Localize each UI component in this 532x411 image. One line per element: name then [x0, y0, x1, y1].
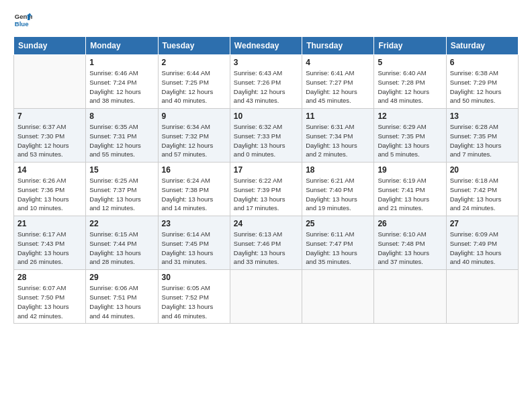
day-info: Sunrise: 6:14 AM Sunset: 7:45 PM Dayligh…	[162, 230, 226, 267]
col-header-saturday: Saturday	[446, 37, 518, 55]
day-info: Sunrise: 6:18 AM Sunset: 7:42 PM Dayligh…	[450, 176, 515, 213]
calendar-cell: 5Sunrise: 6:40 AM Sunset: 7:28 PM Daylig…	[374, 55, 446, 109]
calendar-week-row: 7Sunrise: 6:37 AM Sunset: 7:30 PM Daylig…	[14, 109, 519, 163]
calendar-cell: 17Sunrise: 6:22 AM Sunset: 7:39 PM Dayli…	[230, 163, 302, 216]
calendar-cell: 14Sunrise: 6:26 AM Sunset: 7:36 PM Dayli…	[14, 163, 86, 216]
day-number: 21	[17, 219, 82, 228]
day-info: Sunrise: 6:15 AM Sunset: 7:44 PM Dayligh…	[89, 230, 154, 267]
calendar-cell: 25Sunrise: 6:11 AM Sunset: 7:47 PM Dayli…	[302, 216, 374, 270]
day-info: Sunrise: 6:22 AM Sunset: 7:39 PM Dayligh…	[234, 176, 298, 213]
col-header-friday: Friday	[374, 37, 446, 55]
calendar-cell: 29Sunrise: 6:06 AM Sunset: 7:51 PM Dayli…	[86, 270, 158, 324]
calendar-cell: 6Sunrise: 6:38 AM Sunset: 7:29 PM Daylig…	[446, 55, 518, 109]
calendar-cell	[230, 270, 302, 324]
day-number: 5	[378, 58, 442, 67]
calendar-cell	[302, 270, 374, 324]
day-info: Sunrise: 6:24 AM Sunset: 7:38 PM Dayligh…	[162, 176, 226, 213]
day-info: Sunrise: 6:29 AM Sunset: 7:35 PM Dayligh…	[378, 122, 442, 159]
day-number: 26	[378, 219, 442, 228]
calendar-cell: 20Sunrise: 6:18 AM Sunset: 7:42 PM Dayli…	[446, 163, 518, 216]
calendar-week-row: 21Sunrise: 6:17 AM Sunset: 7:43 PM Dayli…	[14, 216, 519, 270]
calendar-cell: 23Sunrise: 6:14 AM Sunset: 7:45 PM Dayli…	[158, 216, 230, 270]
calendar-cell: 13Sunrise: 6:28 AM Sunset: 7:35 PM Dayli…	[446, 109, 518, 163]
calendar-cell: 26Sunrise: 6:10 AM Sunset: 7:48 PM Dayli…	[374, 216, 446, 270]
day-info: Sunrise: 6:43 AM Sunset: 7:26 PM Dayligh…	[234, 68, 298, 105]
day-number: 30	[162, 273, 226, 282]
calendar-cell	[374, 270, 446, 324]
day-info: Sunrise: 6:35 AM Sunset: 7:31 PM Dayligh…	[89, 122, 154, 159]
day-number: 17	[234, 165, 298, 175]
day-number: 16	[162, 165, 226, 175]
day-info: Sunrise: 6:41 AM Sunset: 7:27 PM Dayligh…	[306, 68, 370, 105]
day-info: Sunrise: 6:13 AM Sunset: 7:46 PM Dayligh…	[234, 230, 298, 267]
calendar-cell: 16Sunrise: 6:24 AM Sunset: 7:38 PM Dayli…	[158, 163, 230, 216]
day-number: 3	[234, 58, 298, 67]
col-header-tuesday: Tuesday	[158, 37, 230, 55]
day-info: Sunrise: 6:46 AM Sunset: 7:24 PM Dayligh…	[89, 68, 154, 105]
day-number: 24	[234, 219, 298, 228]
day-number: 15	[89, 165, 154, 175]
col-header-thursday: Thursday	[302, 37, 374, 55]
day-info: Sunrise: 6:40 AM Sunset: 7:28 PM Dayligh…	[378, 68, 442, 105]
day-info: Sunrise: 6:07 AM Sunset: 7:50 PM Dayligh…	[17, 283, 82, 320]
calendar-cell: 10Sunrise: 6:32 AM Sunset: 7:33 PM Dayli…	[230, 109, 302, 163]
day-number: 2	[162, 58, 226, 67]
day-info: Sunrise: 6:32 AM Sunset: 7:33 PM Dayligh…	[234, 122, 298, 159]
calendar-cell: 7Sunrise: 6:37 AM Sunset: 7:30 PM Daylig…	[14, 109, 86, 163]
day-number: 9	[162, 111, 226, 121]
calendar-header-row: SundayMondayTuesdayWednesdayThursdayFrid…	[14, 37, 519, 55]
calendar-cell: 27Sunrise: 6:09 AM Sunset: 7:49 PM Dayli…	[446, 216, 518, 270]
calendar-cell: 1Sunrise: 6:46 AM Sunset: 7:24 PM Daylig…	[86, 55, 158, 109]
day-number: 20	[450, 165, 515, 175]
calendar-cell	[14, 55, 86, 109]
calendar-week-row: 1Sunrise: 6:46 AM Sunset: 7:24 PM Daylig…	[14, 55, 519, 109]
day-info: Sunrise: 6:17 AM Sunset: 7:43 PM Dayligh…	[17, 230, 82, 267]
day-info: Sunrise: 6:21 AM Sunset: 7:40 PM Dayligh…	[306, 176, 370, 213]
calendar-cell: 2Sunrise: 6:44 AM Sunset: 7:25 PM Daylig…	[158, 55, 230, 109]
col-header-monday: Monday	[86, 37, 158, 55]
calendar-cell: 15Sunrise: 6:25 AM Sunset: 7:37 PM Dayli…	[86, 163, 158, 216]
calendar-cell: 21Sunrise: 6:17 AM Sunset: 7:43 PM Dayli…	[14, 216, 86, 270]
calendar-cell: 18Sunrise: 6:21 AM Sunset: 7:40 PM Dayli…	[302, 163, 374, 216]
day-info: Sunrise: 6:34 AM Sunset: 7:32 PM Dayligh…	[162, 122, 226, 159]
calendar-cell: 4Sunrise: 6:41 AM Sunset: 7:27 PM Daylig…	[302, 55, 374, 109]
day-number: 12	[378, 111, 442, 121]
day-number: 18	[306, 165, 370, 175]
calendar-table: SundayMondayTuesdayWednesdayThursdayFrid…	[13, 36, 519, 324]
day-info: Sunrise: 6:38 AM Sunset: 7:29 PM Dayligh…	[450, 68, 515, 105]
day-number: 14	[17, 165, 82, 175]
calendar-cell: 8Sunrise: 6:35 AM Sunset: 7:31 PM Daylig…	[86, 109, 158, 163]
day-number: 6	[450, 58, 515, 67]
day-number: 27	[450, 219, 515, 228]
calendar-cell: 11Sunrise: 6:31 AM Sunset: 7:34 PM Dayli…	[302, 109, 374, 163]
calendar-cell: 9Sunrise: 6:34 AM Sunset: 7:32 PM Daylig…	[158, 109, 230, 163]
day-info: Sunrise: 6:10 AM Sunset: 7:48 PM Dayligh…	[378, 230, 442, 267]
day-number: 13	[450, 111, 515, 121]
day-info: Sunrise: 6:26 AM Sunset: 7:36 PM Dayligh…	[17, 176, 82, 213]
day-info: Sunrise: 6:19 AM Sunset: 7:41 PM Dayligh…	[378, 176, 442, 213]
calendar-cell: 24Sunrise: 6:13 AM Sunset: 7:46 PM Dayli…	[230, 216, 302, 270]
calendar-cell: 28Sunrise: 6:07 AM Sunset: 7:50 PM Dayli…	[14, 270, 86, 324]
calendar-week-row: 14Sunrise: 6:26 AM Sunset: 7:36 PM Dayli…	[14, 163, 519, 216]
logo: General Blue	[13, 11, 32, 30]
day-number: 7	[17, 111, 82, 121]
col-header-wednesday: Wednesday	[230, 37, 302, 55]
logo-icon: General Blue	[13, 11, 32, 30]
col-header-sunday: Sunday	[14, 37, 86, 55]
calendar-cell	[446, 270, 518, 324]
day-number: 4	[306, 58, 370, 67]
day-number: 28	[17, 273, 82, 282]
day-info: Sunrise: 6:09 AM Sunset: 7:49 PM Dayligh…	[450, 230, 515, 267]
day-info: Sunrise: 6:31 AM Sunset: 7:34 PM Dayligh…	[306, 122, 370, 159]
day-number: 19	[378, 165, 442, 175]
day-info: Sunrise: 6:05 AM Sunset: 7:52 PM Dayligh…	[162, 283, 226, 320]
page-header: General Blue	[13, 11, 519, 30]
day-number: 29	[89, 273, 154, 282]
day-number: 1	[89, 58, 154, 67]
day-info: Sunrise: 6:44 AM Sunset: 7:25 PM Dayligh…	[162, 68, 226, 105]
day-number: 25	[306, 219, 370, 228]
calendar-cell: 30Sunrise: 6:05 AM Sunset: 7:52 PM Dayli…	[158, 270, 230, 324]
day-info: Sunrise: 6:28 AM Sunset: 7:35 PM Dayligh…	[450, 122, 515, 159]
svg-text:Blue: Blue	[15, 20, 29, 28]
day-number: 11	[306, 111, 370, 121]
